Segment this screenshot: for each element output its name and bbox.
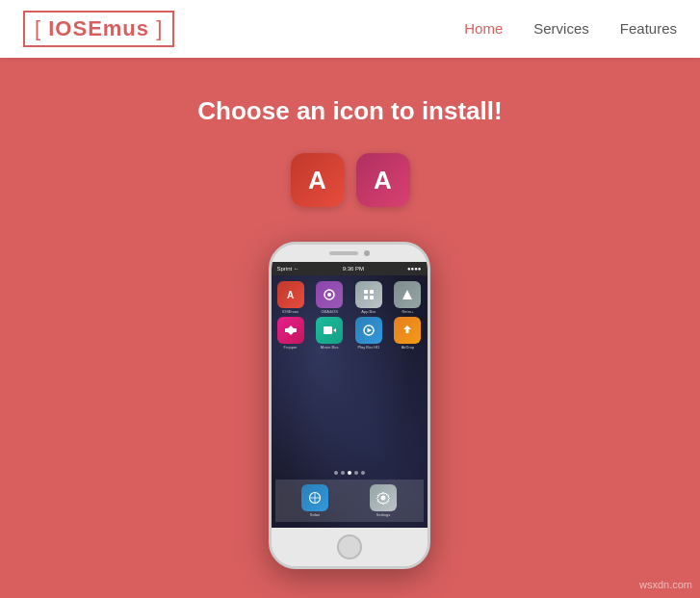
dock-settings[interactable]: Settings — [368, 484, 399, 517]
dock-safari[interactable]: Safari — [299, 484, 330, 517]
dot-4 — [354, 471, 358, 475]
status-time: 9:36 PM — [343, 266, 364, 272]
home-button[interactable] — [337, 534, 362, 559]
dot-2 — [341, 471, 345, 475]
icon-button-2[interactable]: A — [356, 153, 410, 207]
watermark: wsxdn.com — [639, 579, 692, 590]
volume-down-button — [269, 358, 271, 385]
dock-icon-safari — [301, 484, 328, 511]
icon-letter-1: A — [308, 166, 326, 195]
app-cell-moviebox[interactable]: Movie Box — [314, 317, 345, 350]
nav-link-services[interactable]: Services — [533, 20, 589, 37]
svg-rect-4 — [364, 296, 368, 299]
svg-rect-7 — [324, 326, 332, 334]
app-icon-iosemus: A — [277, 281, 304, 308]
app-icon-playboxhd — [355, 317, 382, 344]
app-label-retroplus: Retro+ — [402, 309, 413, 314]
app-icon-fropper — [277, 317, 304, 344]
main-content: Choose an icon to install! A A Sprint ← … — [0, 58, 700, 588]
status-battery: ●●●● — [407, 266, 422, 272]
svg-marker-8 — [333, 328, 336, 332]
icon-row-2: Fropper Movie Box Play Box HD — [275, 317, 424, 350]
app-label-iosemus: IOSEmus — [282, 309, 298, 314]
page-headline: Choose an icon to install! — [197, 96, 502, 126]
phone-status-bar: Sprint ← 9:36 PM ●●●● — [272, 262, 428, 275]
phone-bottom — [272, 528, 428, 566]
phone-speaker — [329, 251, 358, 255]
app-cell-iosemus[interactable]: A IOSEmus — [275, 281, 306, 314]
icon-chooser: A A — [291, 153, 410, 207]
app-cell-playboxhd[interactable]: Play Box HD — [353, 317, 384, 350]
bracket-left: [ — [35, 16, 48, 40]
app-label-playboxhd: Play Box HD — [357, 345, 379, 350]
svg-marker-6 — [402, 290, 412, 299]
icon-letter-2: A — [374, 166, 392, 195]
app-icon-moviebox — [316, 317, 343, 344]
navbar: [ IOSEmus ] Home Services Features — [0, 0, 700, 58]
svg-rect-3 — [370, 290, 374, 294]
app-label-appbox: App Box — [361, 309, 376, 314]
logo: [ IOSEmus ] — [23, 11, 174, 47]
volume-up-button — [269, 324, 271, 351]
phone-dock: Safari Settings — [275, 480, 424, 522]
screen-spacer — [275, 352, 424, 466]
icon-button-1[interactable]: A — [291, 153, 345, 207]
app-label-gba4ios: GBA4iOS — [321, 309, 337, 314]
nav-item-features[interactable]: Features — [620, 20, 677, 38]
app-cell-appbox[interactable]: App Box — [353, 281, 384, 314]
svg-point-1 — [327, 293, 331, 297]
app-label-airdrop: AirDrop — [402, 345, 415, 350]
svg-point-14 — [381, 496, 386, 501]
app-icon-appbox — [355, 281, 382, 308]
svg-marker-10 — [367, 328, 372, 333]
nav-item-home[interactable]: Home — [464, 20, 503, 38]
dock-label-safari: Safari — [310, 512, 320, 517]
app-icon-airdrop — [394, 317, 421, 344]
phone-screen: A IOSEmus GBA4iOS App Box — [272, 275, 428, 528]
dot-1 — [334, 471, 338, 475]
logo-text: IOSEmus — [48, 16, 149, 40]
app-cell-gba4ios[interactable]: GBA4iOS — [314, 281, 345, 314]
phone-outer: Sprint ← 9:36 PM ●●●● A IOSEmus GB — [269, 242, 430, 569]
app-icon-retroplus — [394, 281, 421, 308]
nav-link-home[interactable]: Home — [464, 20, 503, 37]
app-icon-gba4ios — [316, 281, 343, 308]
svg-rect-5 — [370, 296, 374, 299]
status-carrier: Sprint ← — [277, 266, 299, 272]
phone-camera — [364, 250, 370, 256]
app-cell-fropper[interactable]: Fropper — [275, 317, 306, 350]
app-label-moviebox: Movie Box — [321, 345, 339, 350]
dock-label-settings: Settings — [376, 512, 390, 517]
app-label-fropper: Fropper — [283, 345, 297, 350]
phone-mockup: Sprint ← 9:36 PM ●●●● A IOSEmus GB — [269, 242, 432, 569]
bracket-right: ] — [149, 16, 163, 40]
svg-rect-2 — [364, 290, 368, 294]
dot-5 — [361, 471, 365, 475]
nav-link-features[interactable]: Features — [620, 20, 677, 37]
dock-icon-settings — [370, 484, 397, 511]
mute-button — [269, 298, 271, 315]
nav-links: Home Services Features — [464, 20, 677, 38]
phone-top-bar — [272, 245, 428, 262]
page-dots — [275, 469, 424, 477]
app-cell-airdrop[interactable]: AirDrop — [392, 317, 423, 350]
power-button — [428, 312, 430, 346]
icon-row-1: A IOSEmus GBA4iOS App Box — [275, 281, 424, 314]
nav-item-services[interactable]: Services — [533, 20, 589, 38]
app-cell-retroplus[interactable]: Retro+ — [392, 281, 423, 314]
dot-3 — [348, 471, 351, 475]
